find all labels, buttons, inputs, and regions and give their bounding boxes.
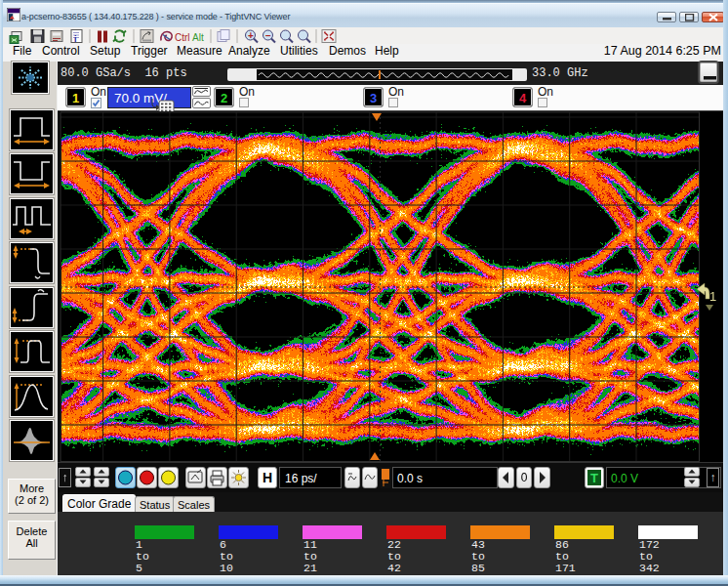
- svg-text:Ctrl: Ctrl: [175, 32, 190, 43]
- svg-text:Alt: Alt: [192, 32, 204, 43]
- svg-text:+: +: [248, 30, 254, 41]
- svg-text:i: i: [74, 34, 77, 44]
- svg-text:1: 1: [709, 289, 716, 304]
- svg-text:T: T: [590, 471, 598, 485]
- svg-text:−: −: [265, 30, 271, 41]
